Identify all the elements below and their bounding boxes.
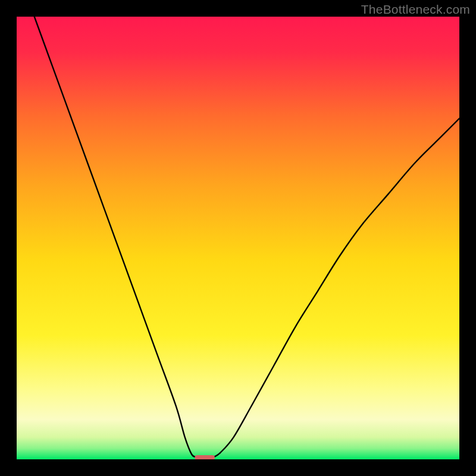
plot-area xyxy=(17,17,459,459)
chart-frame: TheBottleneck.com xyxy=(0,0,476,476)
cusp-marker xyxy=(195,455,214,459)
chart-svg xyxy=(17,17,459,459)
gradient-background xyxy=(17,17,459,459)
watermark-text: TheBottleneck.com xyxy=(361,2,470,17)
